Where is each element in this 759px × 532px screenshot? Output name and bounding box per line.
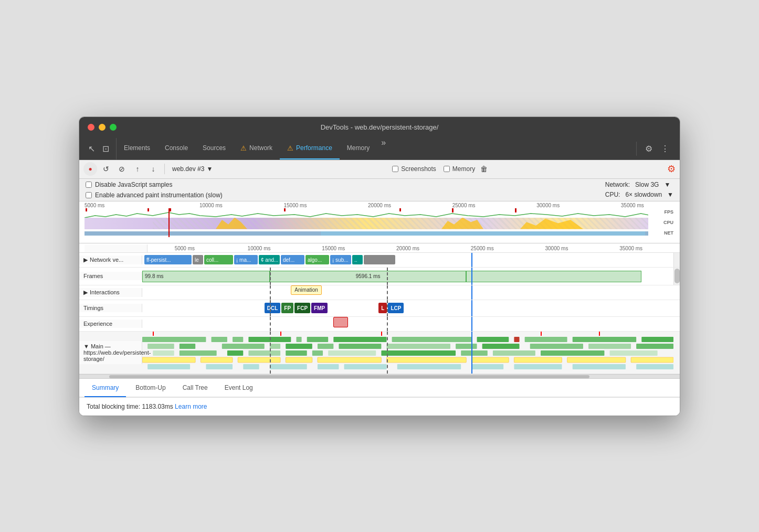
svg-rect-51 (270, 364, 307, 369)
more-options-icon[interactable]: ⋮ (658, 142, 672, 156)
experience-row-content (142, 317, 673, 331)
enable-paint-check[interactable]: Enable advanced paint instrumentation (s… (86, 191, 223, 199)
svg-rect-29 (248, 350, 280, 356)
capture-settings-icon[interactable]: ⚙ (667, 163, 676, 175)
main-cursor-blue-frames (471, 268, 472, 285)
record-button[interactable]: ● (83, 162, 97, 176)
screenshots-checkbox-input[interactable] (392, 166, 398, 172)
svg-rect-24 (588, 344, 631, 349)
maximize-button[interactable] (110, 124, 117, 131)
scrollbar-thumb-right[interactable] (674, 269, 680, 283)
timeline-scrollbar-h[interactable] (79, 374, 680, 378)
network-row-label[interactable]: ▶ Network ve... (79, 256, 142, 264)
disable-js-label: Disable JavaScript samples (95, 181, 172, 188)
cpu-label: CPU (663, 220, 673, 225)
inspect-icon[interactable]: ↖ (86, 142, 98, 156)
minimize-button[interactable] (99, 124, 106, 131)
tick2-30000: 30000 ms (520, 246, 594, 251)
tab-network[interactable]: ⚠ Network (233, 138, 280, 159)
svg-rect-14 (180, 344, 195, 349)
network-throttle-dropdown[interactable]: ▼ (664, 181, 670, 188)
tab-summary[interactable]: Summary (85, 379, 126, 397)
timeline-scrollbar-thumb[interactable] (109, 375, 589, 378)
tabbar-right-actions: ⚙ ⋮ (636, 142, 678, 156)
tab-bottom-up[interactable]: Bottom-Up (128, 379, 173, 397)
summary-tab-label: Summary (92, 384, 119, 391)
device-icon[interactable]: ⊡ (100, 142, 112, 156)
disable-js-checkbox[interactable] (86, 182, 92, 188)
svg-rect-43 (387, 357, 467, 363)
paint-checkbox[interactable] (86, 192, 92, 198)
tab-call-tree[interactable]: Call Tree (175, 379, 215, 397)
paint-label: Enable advanced paint instrumentation (s… (95, 191, 223, 199)
memory-checkbox[interactable]: Memory (444, 165, 475, 173)
svg-rect-21 (456, 344, 477, 349)
event-log-tab-label: Event Log (225, 384, 253, 391)
tab-performance[interactable]: ⚠ Performance (280, 138, 340, 159)
svg-rect-17 (286, 344, 312, 349)
memory-label: Memory (452, 165, 475, 173)
profile-selector[interactable]: web.dev #3 ▼ (169, 164, 216, 174)
scrollbar-placeholder-network (673, 253, 680, 267)
timeline-cursor (168, 208, 170, 237)
svg-rect-42 (318, 357, 381, 363)
disable-js-samples-check[interactable]: Disable JavaScript samples (86, 181, 223, 188)
upload-button[interactable]: ↑ (131, 162, 144, 176)
experience-row-label: Experience (79, 320, 142, 328)
cpu-throttle-label: CPU: (605, 191, 620, 198)
net-chip-empty (364, 255, 395, 264)
more-tabs-icon[interactable]: » (377, 138, 390, 159)
timeline-overview[interactable]: 5000 ms 10000 ms 15000 ms 20000 ms 25000… (79, 201, 680, 243)
net-label: NET (664, 230, 673, 236)
call-tree-tab-label: Call Tree (183, 384, 208, 391)
tab-elements[interactable]: Elements (117, 138, 157, 159)
dashed-line-2 (387, 268, 388, 285)
network-throttle-row: Network: Slow 3G ▼ (605, 181, 671, 188)
cpu-throttle-dropdown[interactable]: ▼ (667, 191, 673, 198)
svg-rect-57 (573, 364, 626, 369)
main-cursor-blue-network (471, 253, 472, 267)
download-button[interactable]: ↓ (146, 162, 160, 176)
close-button[interactable] (88, 124, 94, 131)
tab-console[interactable]: Console (157, 138, 195, 159)
svg-rect-9 (514, 337, 519, 342)
tab-sources[interactable]: Sources (195, 138, 233, 159)
stop-button[interactable]: ⊘ (115, 162, 129, 176)
svg-rect-49 (206, 364, 233, 369)
net-chip-le: le (193, 255, 203, 264)
svg-rect-5 (307, 337, 328, 342)
bottom-tab-bar: Summary Bottom-Up Call Tree Event Log (79, 379, 680, 398)
svg-rect-48 (147, 364, 190, 369)
animation-label: Animation (294, 287, 318, 293)
svg-rect-2 (233, 337, 243, 342)
timings-timeline-row: Timings DCL FP FCP FMP (79, 300, 680, 317)
net-chip-coll: coll... (204, 255, 233, 264)
tick-5000: 5000 ms (85, 203, 169, 208)
interactions-row-label[interactable]: ▶ Interactions (79, 288, 142, 297)
settings-icon[interactable]: ⚙ (642, 142, 656, 156)
tick2-5000: 5000 ms (147, 246, 222, 251)
experience-timeline-row: Experience (79, 317, 680, 332)
network-throttle-value: Slow 3G (635, 181, 659, 188)
fps-label: FPS (664, 209, 673, 215)
clear-button[interactable]: 🗑 (477, 164, 491, 174)
timings-group-2: L LCP (378, 303, 404, 313)
tab-memory[interactable]: Memory (340, 138, 377, 159)
screenshots-checkbox[interactable]: Screenshots (392, 165, 436, 173)
svg-rect-0 (142, 337, 206, 342)
interactions-timeline-row: ▶ Interactions Animation (79, 285, 680, 300)
cpu-throttle-value: 6× slowdown (625, 191, 662, 198)
svg-rect-23 (530, 344, 583, 349)
experience-label-text: Experience (83, 321, 112, 327)
tab-event-log[interactable]: Event Log (217, 379, 260, 397)
learn-more-link[interactable]: Learn more (175, 403, 207, 410)
main-red-6 (599, 332, 600, 336)
frames-row-label: Frames (79, 272, 142, 280)
net-chip-def: def... (281, 255, 304, 264)
timing-lcp: LCP (388, 303, 404, 313)
reload-button[interactable]: ↺ (99, 162, 113, 176)
toolbar-separator-1 (164, 164, 165, 174)
memory-checkbox-input[interactable] (444, 166, 450, 172)
dashed-line-timings-2 (387, 300, 388, 316)
svg-rect-36 (541, 350, 604, 356)
